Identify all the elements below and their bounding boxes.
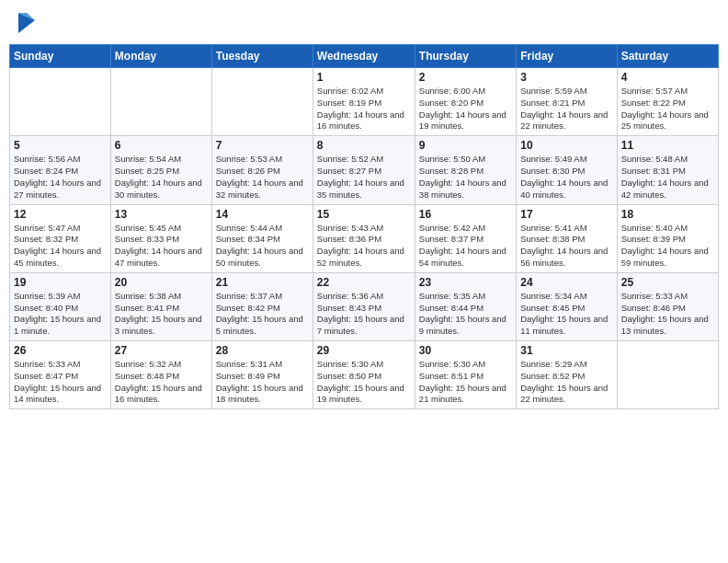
weekday-header: Tuesday	[211, 45, 313, 68]
day-number: 11	[621, 139, 714, 152]
day-number: 20	[115, 276, 208, 289]
day-number: 5	[14, 139, 107, 152]
day-number: 4	[621, 71, 714, 84]
calendar-cell: 4Sunrise: 5:57 AM Sunset: 8:22 PM Daylig…	[617, 68, 718, 136]
calendar-cell: 31Sunrise: 5:29 AM Sunset: 8:52 PM Dayli…	[517, 341, 617, 409]
calendar-cell: 30Sunrise: 5:30 AM Sunset: 8:51 PM Dayli…	[415, 341, 516, 409]
calendar-cell: 10Sunrise: 5:49 AM Sunset: 8:30 PM Dayli…	[517, 136, 617, 204]
calendar-cell: 24Sunrise: 5:34 AM Sunset: 8:45 PM Dayli…	[517, 272, 617, 340]
calendar-cell: 26Sunrise: 5:33 AM Sunset: 8:47 PM Dayli…	[10, 341, 111, 409]
day-number: 8	[317, 139, 411, 152]
cell-info: Sunrise: 5:57 AM Sunset: 8:22 PM Dayligh…	[621, 86, 714, 132]
cell-info: Sunrise: 5:54 AM Sunset: 8:25 PM Dayligh…	[115, 154, 208, 201]
cell-info: Sunrise: 5:43 AM Sunset: 8:36 PM Dayligh…	[317, 223, 411, 270]
day-number: 21	[216, 276, 309, 289]
cell-info: Sunrise: 5:35 AM Sunset: 8:44 PM Dayligh…	[419, 291, 512, 338]
calendar-cell	[10, 68, 111, 136]
weekday-header: Thursday	[415, 45, 516, 68]
cell-info: Sunrise: 6:02 AM Sunset: 8:19 PM Dayligh…	[317, 86, 411, 132]
day-number: 16	[419, 208, 512, 221]
calendar-cell: 27Sunrise: 5:32 AM Sunset: 8:48 PM Dayli…	[110, 341, 211, 409]
day-number: 19	[14, 276, 107, 289]
weekday-header: Friday	[517, 45, 617, 68]
day-number: 15	[317, 208, 411, 221]
cell-info: Sunrise: 5:38 AM Sunset: 8:41 PM Dayligh…	[115, 291, 208, 338]
cell-info: Sunrise: 5:59 AM Sunset: 8:21 PM Dayligh…	[520, 86, 612, 132]
day-number: 14	[216, 208, 309, 221]
day-number: 12	[14, 208, 107, 221]
calendar-cell: 13Sunrise: 5:45 AM Sunset: 8:33 PM Dayli…	[110, 204, 211, 272]
cell-info: Sunrise: 5:56 AM Sunset: 8:24 PM Dayligh…	[14, 154, 107, 201]
logo	[17, 13, 35, 33]
day-number: 7	[216, 139, 309, 152]
page-header	[9, 9, 719, 37]
cell-info: Sunrise: 5:50 AM Sunset: 8:28 PM Dayligh…	[419, 154, 512, 201]
cell-info: Sunrise: 5:42 AM Sunset: 8:37 PM Dayligh…	[419, 223, 512, 270]
day-number: 10	[520, 139, 612, 152]
calendar-cell: 2Sunrise: 6:00 AM Sunset: 8:20 PM Daylig…	[415, 68, 516, 136]
cell-info: Sunrise: 5:34 AM Sunset: 8:45 PM Dayligh…	[520, 291, 612, 338]
logo-icon	[18, 13, 35, 33]
cell-info: Sunrise: 5:49 AM Sunset: 8:30 PM Dayligh…	[520, 154, 612, 201]
calendar-cell: 22Sunrise: 5:36 AM Sunset: 8:43 PM Dayli…	[313, 272, 415, 340]
calendar-week-row: 5Sunrise: 5:56 AM Sunset: 8:24 PM Daylig…	[10, 136, 719, 204]
calendar-cell: 28Sunrise: 5:31 AM Sunset: 8:49 PM Dayli…	[211, 341, 313, 409]
day-number: 18	[621, 208, 714, 221]
day-number: 17	[520, 208, 612, 221]
day-number: 25	[621, 276, 714, 289]
day-number: 2	[419, 71, 512, 84]
cell-info: Sunrise: 5:52 AM Sunset: 8:27 PM Dayligh…	[317, 154, 411, 201]
calendar-cell: 23Sunrise: 5:35 AM Sunset: 8:44 PM Dayli…	[415, 272, 516, 340]
day-number: 31	[520, 344, 612, 357]
calendar-week-row: 26Sunrise: 5:33 AM Sunset: 8:47 PM Dayli…	[10, 341, 719, 409]
cell-info: Sunrise: 5:37 AM Sunset: 8:42 PM Dayligh…	[216, 291, 309, 338]
cell-info: Sunrise: 5:36 AM Sunset: 8:43 PM Dayligh…	[317, 291, 411, 338]
calendar-cell: 8Sunrise: 5:52 AM Sunset: 8:27 PM Daylig…	[313, 136, 415, 204]
calendar-cell: 6Sunrise: 5:54 AM Sunset: 8:25 PM Daylig…	[110, 136, 211, 204]
calendar-week-row: 12Sunrise: 5:47 AM Sunset: 8:32 PM Dayli…	[10, 204, 719, 272]
calendar-cell: 15Sunrise: 5:43 AM Sunset: 8:36 PM Dayli…	[313, 204, 415, 272]
day-number: 29	[317, 344, 411, 357]
cell-info: Sunrise: 5:45 AM Sunset: 8:33 PM Dayligh…	[115, 223, 208, 270]
day-number: 27	[115, 344, 208, 357]
calendar-cell: 21Sunrise: 5:37 AM Sunset: 8:42 PM Dayli…	[211, 272, 313, 340]
calendar-cell: 5Sunrise: 5:56 AM Sunset: 8:24 PM Daylig…	[10, 136, 111, 204]
weekday-header: Monday	[110, 45, 211, 68]
calendar-cell	[110, 68, 211, 136]
day-number: 13	[115, 208, 208, 221]
calendar-cell: 17Sunrise: 5:41 AM Sunset: 8:38 PM Dayli…	[517, 204, 617, 272]
day-number: 24	[520, 276, 612, 289]
calendar-cell: 29Sunrise: 5:30 AM Sunset: 8:50 PM Dayli…	[313, 341, 415, 409]
calendar-cell: 1Sunrise: 6:02 AM Sunset: 8:19 PM Daylig…	[313, 68, 415, 136]
cell-info: Sunrise: 6:00 AM Sunset: 8:20 PM Dayligh…	[419, 86, 512, 132]
calendar-cell	[211, 68, 313, 136]
cell-info: Sunrise: 5:33 AM Sunset: 8:46 PM Dayligh…	[621, 291, 714, 338]
day-number: 28	[216, 344, 309, 357]
cell-info: Sunrise: 5:29 AM Sunset: 8:52 PM Dayligh…	[520, 359, 612, 406]
cell-info: Sunrise: 5:47 AM Sunset: 8:32 PM Dayligh…	[14, 223, 107, 270]
calendar-cell: 7Sunrise: 5:53 AM Sunset: 8:26 PM Daylig…	[211, 136, 313, 204]
calendar-cell: 25Sunrise: 5:33 AM Sunset: 8:46 PM Dayli…	[617, 272, 718, 340]
calendar-cell: 18Sunrise: 5:40 AM Sunset: 8:39 PM Dayli…	[617, 204, 718, 272]
cell-info: Sunrise: 5:30 AM Sunset: 8:51 PM Dayligh…	[419, 359, 512, 406]
calendar-cell: 3Sunrise: 5:59 AM Sunset: 8:21 PM Daylig…	[517, 68, 617, 136]
calendar-cell	[617, 341, 718, 409]
cell-info: Sunrise: 5:41 AM Sunset: 8:38 PM Dayligh…	[520, 223, 612, 270]
weekday-header: Saturday	[617, 45, 718, 68]
cell-info: Sunrise: 5:39 AM Sunset: 8:40 PM Dayligh…	[14, 291, 107, 338]
calendar-cell: 19Sunrise: 5:39 AM Sunset: 8:40 PM Dayli…	[10, 272, 111, 340]
cell-info: Sunrise: 5:31 AM Sunset: 8:49 PM Dayligh…	[216, 359, 309, 406]
cell-info: Sunrise: 5:44 AM Sunset: 8:34 PM Dayligh…	[216, 223, 309, 270]
calendar-table: SundayMondayTuesdayWednesdayThursdayFrid…	[9, 44, 719, 409]
cell-info: Sunrise: 5:48 AM Sunset: 8:31 PM Dayligh…	[621, 154, 714, 201]
day-number: 22	[317, 276, 411, 289]
cell-info: Sunrise: 5:53 AM Sunset: 8:26 PM Dayligh…	[216, 154, 309, 201]
cell-info: Sunrise: 5:40 AM Sunset: 8:39 PM Dayligh…	[621, 223, 714, 270]
cell-info: Sunrise: 5:32 AM Sunset: 8:48 PM Dayligh…	[115, 359, 208, 406]
weekday-header: Sunday	[10, 45, 111, 68]
day-number: 9	[419, 139, 512, 152]
day-number: 3	[520, 71, 612, 84]
cell-info: Sunrise: 5:33 AM Sunset: 8:47 PM Dayligh…	[14, 359, 107, 406]
day-number: 23	[419, 276, 512, 289]
weekday-header: Wednesday	[313, 45, 415, 68]
